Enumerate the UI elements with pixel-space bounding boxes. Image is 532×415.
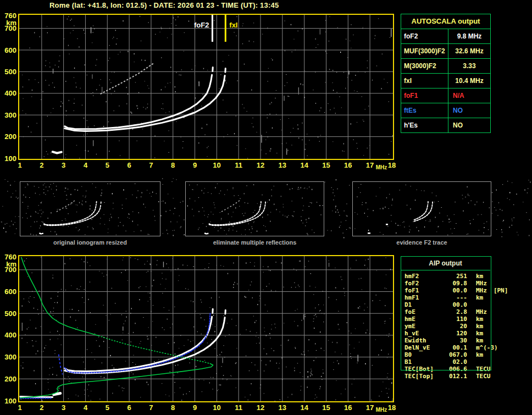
aip-row: B1 02.0 [401,358,511,366]
y-axis-labels: 760700600500400300200100km [4,12,16,163]
param-value: NO [448,103,490,118]
svg-text:500: 500 [4,68,16,76]
svg-text:17: 17 [366,161,374,169]
param-unit: km [476,323,511,330]
param-unit [476,358,511,366]
param-label: fxI [401,74,448,88]
autoscala-row-fof2: foF2 9.8 MHz [401,29,490,44]
aip-row: D1 00.0 [401,301,511,308]
param-value: 110 [441,316,467,323]
svg-text:1: 1 [18,403,21,412]
param-value: 20 [441,323,467,330]
autoscala-app-window: { "header": { "title": "Rome (lat: +41.8… [0,0,532,415]
param-value: 012.1 [441,373,467,380]
param-value: 32.6 MHz [448,44,490,58]
param-label: foF1 [404,287,441,294]
svg-text:6: 6 [127,403,131,412]
param-value: 006.6 [441,366,467,373]
param-value: 30 [441,337,467,344]
foF2-marker-label: foF2 [194,21,209,29]
param-label: TEC[Bot] [404,366,441,373]
param-unit: TECU [476,366,511,373]
svg-text:1: 1 [18,161,21,169]
svg-text:15: 15 [322,403,330,412]
param-label: hmF1 [404,294,441,301]
param-label: foF2 [404,280,441,287]
aip-row: DelN_vE 00.1 m^(-3) [401,344,511,351]
y-axis-unit: km [6,260,16,268]
aip-row: hmF1 --- km [401,294,511,301]
param-value: 00.1 [441,344,467,351]
svg-text:4: 4 [84,403,88,412]
svg-text:11: 11 [235,403,242,412]
svg-text:400: 400 [4,89,16,97]
aip-table-title: AIP output [401,256,490,270]
svg-text:2: 2 [40,403,43,412]
param-unit [476,301,511,308]
param-value: 120 [441,330,467,337]
noise-dots [325,179,351,238]
aip-row: Ewidth 30 km [401,337,511,344]
param-value: 2.8 [441,308,467,316]
svg-text:8: 8 [171,161,175,169]
svg-text:12: 12 [257,161,264,169]
svg-text:13: 13 [279,403,286,412]
svg-text:100: 100 [4,154,16,163]
aip-row: hmE 110 km [401,316,511,323]
svg-text:13: 13 [279,161,286,169]
param-value: NO [448,118,490,132]
fxI-marker-label: fxI [229,21,237,29]
svg-text:3: 3 [62,161,65,169]
aip-table: AIP output hmF2 251 km foF2 09.8 MHz foF… [401,256,511,380]
param-label: hmF2 [404,273,441,280]
autoscala-row-fof1: foF1 N/A [401,88,490,103]
svg-text:4: 4 [84,161,88,169]
aip-row: foF1 00.0 MHz[PN] [401,287,511,294]
param-label: Ewidth [404,337,441,344]
svg-text:16: 16 [344,161,352,169]
top-ionogram-plot: foF2fxI760700600500400300200100km1234567… [0,0,401,174]
svg-text:200: 200 [4,375,16,383]
param-value: N/A [448,88,490,103]
param-label: DelN_vE [404,344,441,351]
aip-header-divider [401,270,490,270]
autoscala-table: AUTOSCALA output foF2 9.8 MHz MUF(3000)F… [401,14,491,133]
svg-text:600: 600 [4,287,16,296]
param-value: 00.0 [441,301,467,308]
param-label: MUF(3000)F2 [401,44,448,58]
x-axis-unit: MHz [376,164,387,170]
restored-trace-f-trace [65,313,210,373]
svg-text:18: 18 [388,161,396,169]
autoscala-row-hes: h'Es NO [401,118,490,132]
autoscala-row-fxi: fxI 10.4 MHz [401,74,490,88]
param-unit: MHz [476,280,511,287]
param-unit: m^(-3) [476,344,511,351]
param-value: 10.4 MHz [448,74,490,88]
svg-text:16: 16 [344,403,352,412]
svg-text:5: 5 [106,403,109,412]
aip-row: h_vE 120 km [401,330,511,337]
svg-text:200: 200 [4,132,16,141]
restored-trace-step-trace [59,355,63,374]
aip-row: ymE 20 km [401,323,511,330]
svg-text:14: 14 [300,403,308,412]
x-axis-labels: 123456789101112131415161718MHz [18,403,396,413]
svg-text:18: 18 [388,403,396,412]
svg-text:15: 15 [322,161,330,169]
param-unit: km [476,273,511,280]
noise-dots [160,178,185,236]
param-value: 02.0 [441,358,467,366]
aip-row: foE 2.8 MHz [401,308,511,316]
svg-text:300: 300 [4,111,16,119]
autoscala-table-title: AUTOSCALA output [401,14,490,29]
svg-text:500: 500 [4,309,16,318]
param-label: ftEs [401,103,448,118]
param-value: 09.8 [441,280,467,287]
param-unit: km [476,351,511,358]
param-label: M(3000)F2 [401,59,448,73]
plot-border [19,14,394,159]
aip-row: TEC[Top] 012.1 TECU [401,373,511,380]
svg-text:10: 10 [213,403,220,412]
svg-text:6: 6 [127,161,131,169]
svg-text:2: 2 [40,161,43,169]
